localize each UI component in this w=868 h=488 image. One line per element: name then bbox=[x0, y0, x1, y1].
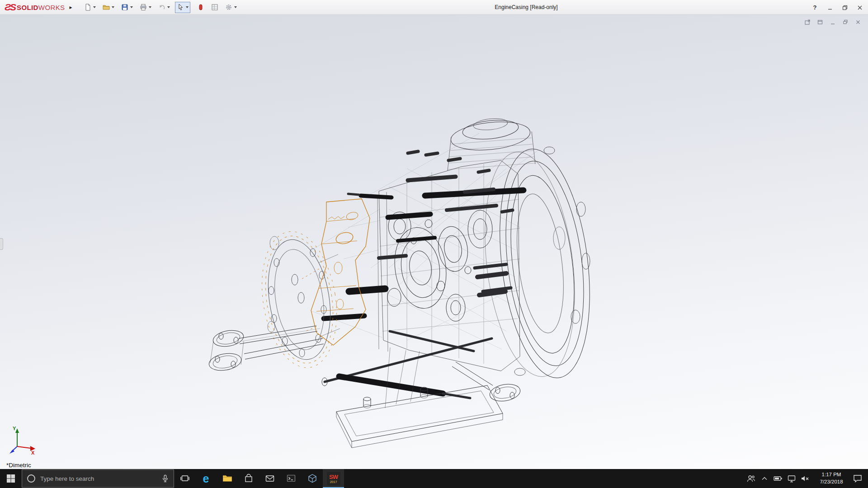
window-icon bbox=[817, 19, 823, 25]
people-icon bbox=[746, 474, 756, 483]
selected-bracket-highlight[interactable] bbox=[253, 199, 370, 373]
chevron-up-icon bbox=[760, 474, 769, 483]
system-tray: 1:17 PM 7/23/2018 bbox=[744, 469, 868, 488]
mount-legs bbox=[208, 326, 324, 373]
dropdown-caret-icon[interactable] bbox=[234, 6, 237, 8]
task-pane-icon bbox=[211, 4, 218, 11]
task-pane-button[interactable] bbox=[209, 2, 220, 13]
view-orientation-label: *Dimetric bbox=[6, 462, 31, 469]
select-tool-button[interactable] bbox=[175, 2, 190, 13]
mail-envelope-icon bbox=[265, 474, 275, 483]
battery-icon bbox=[773, 474, 783, 483]
edge-icon: e bbox=[203, 472, 209, 485]
top-cap bbox=[448, 117, 535, 171]
volume-button[interactable] bbox=[798, 469, 812, 488]
solidworks-app-icon: SW 2017 bbox=[327, 472, 340, 485]
solidworks-logo: ƧS SOLIDWORKS bbox=[0, 2, 68, 13]
help-button[interactable]: ? bbox=[807, 1, 822, 14]
bell-housing bbox=[473, 144, 601, 383]
restore-document-button[interactable] bbox=[840, 18, 850, 26]
open-button[interactable] bbox=[101, 2, 116, 13]
dropdown-caret-icon[interactable] bbox=[186, 6, 189, 8]
window-layout-button[interactable] bbox=[815, 18, 825, 26]
network-icon bbox=[787, 474, 797, 483]
new-document-button[interactable] bbox=[82, 2, 98, 13]
console-icon bbox=[286, 474, 296, 483]
file-explorer-button[interactable] bbox=[217, 469, 238, 488]
x-axis-label: X bbox=[31, 450, 35, 455]
dropdown-caret-icon[interactable] bbox=[112, 6, 114, 8]
left-flange bbox=[260, 235, 340, 364]
save-button[interactable] bbox=[119, 2, 135, 13]
dropdown-caret-icon[interactable] bbox=[167, 6, 170, 8]
gear-bores bbox=[387, 210, 492, 321]
dock-document-button[interactable] bbox=[802, 18, 812, 26]
mail-button[interactable] bbox=[259, 469, 280, 488]
dropdown-caret-icon[interactable] bbox=[93, 6, 96, 8]
new-document-icon bbox=[84, 4, 91, 11]
restore-icon bbox=[842, 5, 848, 10]
microphone-icon[interactable] bbox=[160, 474, 170, 483]
task-view-button[interactable] bbox=[174, 469, 195, 488]
select-cursor-icon bbox=[177, 4, 184, 11]
options-button[interactable] bbox=[223, 2, 239, 13]
action-center-icon bbox=[853, 474, 863, 483]
solidworks-logo-text: SOLIDWORKS bbox=[17, 4, 65, 11]
restore-button[interactable] bbox=[837, 1, 852, 14]
toolbar-flyout-arrow[interactable]: ▸ bbox=[70, 4, 72, 10]
action-center-button[interactable] bbox=[851, 469, 864, 488]
undo-button[interactable] bbox=[156, 2, 172, 13]
graphics-viewport[interactable]: Y X *Dimetric bbox=[0, 15, 868, 469]
restore-doc-icon bbox=[842, 19, 849, 25]
start-button[interactable] bbox=[0, 469, 22, 488]
network-button[interactable] bbox=[785, 469, 798, 488]
solidworks-logo-mark-icon: ƧS bbox=[5, 2, 15, 13]
options-gear-icon bbox=[225, 4, 232, 11]
shafts-and-fasteners bbox=[322, 151, 524, 398]
base-plate bbox=[336, 347, 503, 448]
edrawings-button[interactable] bbox=[302, 469, 323, 488]
engine-casing-wireframe[interactable] bbox=[0, 15, 868, 469]
quick-access-toolbar bbox=[82, 2, 239, 13]
print-icon bbox=[140, 4, 147, 11]
document-window-controls bbox=[802, 18, 863, 26]
taskbar-search[interactable] bbox=[22, 469, 174, 488]
close-doc-icon bbox=[855, 19, 861, 25]
minimize-icon bbox=[827, 5, 833, 10]
open-folder-icon bbox=[103, 4, 110, 11]
task-view-icon bbox=[180, 474, 190, 483]
taskbar-clock[interactable]: 1:17 PM 7/23/2018 bbox=[812, 471, 851, 485]
edge-browser-button[interactable]: e bbox=[195, 469, 217, 488]
print-button[interactable] bbox=[138, 2, 153, 13]
clock-date: 7/23/2018 bbox=[813, 479, 850, 486]
y-axis-label: Y bbox=[13, 426, 16, 431]
window-controls: ? bbox=[807, 0, 867, 15]
close-icon bbox=[857, 5, 863, 10]
document-title: EngineCasing [Read-only] bbox=[495, 0, 557, 15]
xpress-tools-button[interactable] bbox=[195, 2, 206, 13]
app-titlebar: ƧS SOLIDWORKS ▸ bbox=[0, 0, 868, 15]
search-input[interactable] bbox=[40, 475, 156, 482]
windows-logo-icon bbox=[6, 474, 15, 483]
hidden-icons-button[interactable] bbox=[758, 469, 771, 488]
solidworks-app-button[interactable]: SW 2017 bbox=[323, 469, 344, 488]
save-floppy-icon bbox=[121, 4, 128, 11]
xpress-tools-icon bbox=[197, 4, 204, 11]
close-button[interactable] bbox=[852, 1, 867, 14]
close-document-button[interactable] bbox=[853, 18, 863, 26]
panel-splitter-handle[interactable] bbox=[0, 238, 3, 250]
dock-window-icon bbox=[804, 19, 811, 25]
minimize-document-button[interactable] bbox=[828, 18, 837, 26]
orientation-triad: Y X bbox=[6, 424, 39, 456]
screen: ƧS SOLIDWORKS ▸ bbox=[0, 0, 868, 488]
battery-button[interactable] bbox=[771, 469, 785, 488]
dropdown-caret-icon[interactable] bbox=[149, 6, 151, 8]
console-button[interactable] bbox=[280, 469, 302, 488]
store-button[interactable] bbox=[238, 469, 259, 488]
undo-icon bbox=[158, 4, 165, 11]
people-button[interactable] bbox=[744, 469, 758, 488]
minimize-button[interactable] bbox=[822, 1, 837, 14]
dropdown-caret-icon[interactable] bbox=[130, 6, 133, 8]
cortana-icon bbox=[26, 474, 36, 483]
store-bag-icon bbox=[244, 474, 254, 483]
